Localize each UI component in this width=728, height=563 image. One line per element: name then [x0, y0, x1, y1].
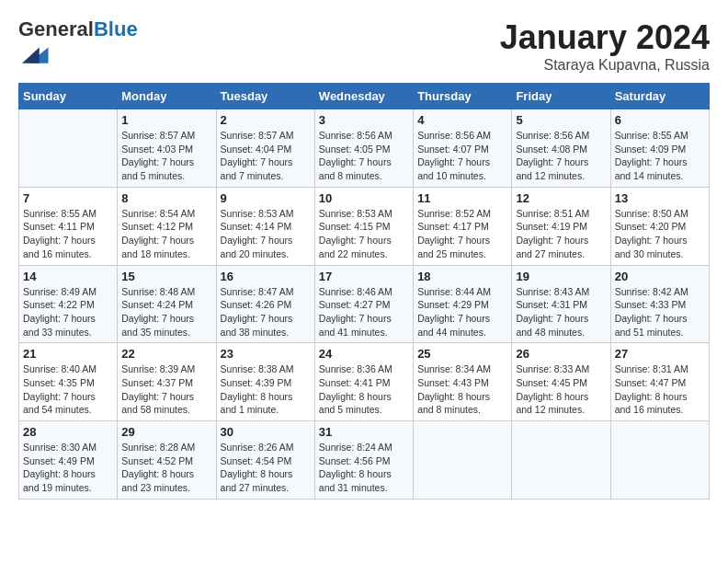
calendar-cell: 22Sunrise: 8:39 AMSunset: 4:37 PMDayligh… [118, 343, 216, 421]
day-info: Sunrise: 8:33 AMSunset: 4:45 PMDaylight:… [516, 362, 606, 417]
calendar-cell: 30Sunrise: 8:26 AMSunset: 4:54 PMDayligh… [216, 421, 314, 500]
day-info: Sunrise: 8:40 AMSunset: 4:35 PMDaylight:… [23, 362, 113, 417]
logo: GeneralBlue [18, 18, 138, 72]
calendar-cell: 21Sunrise: 8:40 AMSunset: 4:35 PMDayligh… [19, 343, 118, 421]
calendar-cell: 2Sunrise: 8:57 AMSunset: 4:04 PMDaylight… [216, 109, 314, 188]
calendar-cell: 31Sunrise: 8:24 AMSunset: 4:56 PMDayligh… [314, 421, 413, 500]
calendar-cell: 19Sunrise: 8:43 AMSunset: 4:31 PMDayligh… [512, 265, 610, 343]
calendar-cell: 5Sunrise: 8:56 AMSunset: 4:08 PMDaylight… [512, 109, 610, 188]
calendar-cell: 26Sunrise: 8:33 AMSunset: 4:45 PMDayligh… [512, 343, 610, 421]
day-info: Sunrise: 8:28 AMSunset: 4:52 PMDaylight:… [121, 441, 211, 495]
day-info: Sunrise: 8:38 AMSunset: 4:39 PMDaylight:… [221, 362, 311, 417]
day-info: Sunrise: 8:49 AMSunset: 4:22 PMDaylight:… [23, 285, 113, 339]
column-header-wednesday: Wednesday [314, 84, 413, 109]
day-info: Sunrise: 8:55 AMSunset: 4:11 PMDaylight:… [23, 207, 113, 261]
day-info: Sunrise: 8:26 AMSunset: 4:54 PMDaylight:… [221, 441, 311, 495]
calendar-table: SundayMondayTuesdayWednesdayThursdayFrid… [18, 83, 710, 500]
day-info: Sunrise: 8:48 AMSunset: 4:24 PMDaylight:… [121, 285, 211, 339]
logo-icon [22, 40, 50, 68]
day-info: Sunrise: 8:30 AMSunset: 4:49 PMDaylight:… [23, 441, 113, 495]
week-row-1: 1Sunrise: 8:57 AMSunset: 4:03 PMDaylight… [19, 109, 710, 188]
day-number: 3 [319, 113, 409, 127]
calendar-cell: 14Sunrise: 8:49 AMSunset: 4:22 PMDayligh… [19, 265, 118, 343]
day-info: Sunrise: 8:31 AMSunset: 4:47 PMDaylight:… [615, 362, 705, 417]
calendar-cell: 24Sunrise: 8:36 AMSunset: 4:41 PMDayligh… [314, 343, 413, 421]
day-number: 24 [319, 347, 409, 361]
calendar-cell: 25Sunrise: 8:34 AMSunset: 4:43 PMDayligh… [414, 343, 512, 421]
day-number: 16 [221, 270, 311, 283]
day-number: 12 [516, 191, 606, 205]
column-header-thursday: Thursday [414, 84, 512, 109]
day-info: Sunrise: 8:57 AMSunset: 4:03 PMDaylight:… [121, 129, 211, 183]
day-info: Sunrise: 8:56 AMSunset: 4:08 PMDaylight:… [516, 129, 606, 183]
day-info: Sunrise: 8:50 AMSunset: 4:20 PMDaylight:… [615, 207, 705, 261]
week-row-5: 28Sunrise: 8:30 AMSunset: 4:49 PMDayligh… [19, 421, 710, 500]
day-number: 22 [121, 347, 211, 361]
week-row-2: 7Sunrise: 8:55 AMSunset: 4:11 PMDaylight… [19, 187, 710, 265]
column-header-sunday: Sunday [19, 84, 118, 109]
calendar-cell: 15Sunrise: 8:48 AMSunset: 4:24 PMDayligh… [118, 265, 216, 343]
day-number: 27 [615, 347, 705, 361]
day-number: 1 [121, 113, 211, 127]
day-number: 21 [23, 347, 113, 361]
column-header-monday: Monday [118, 84, 216, 109]
day-info: Sunrise: 8:43 AMSunset: 4:31 PMDaylight:… [516, 285, 606, 339]
day-info: Sunrise: 8:36 AMSunset: 4:41 PMDaylight:… [319, 362, 409, 417]
day-info: Sunrise: 8:52 AMSunset: 4:17 PMDaylight:… [417, 207, 507, 261]
week-row-3: 14Sunrise: 8:49 AMSunset: 4:22 PMDayligh… [19, 265, 710, 343]
day-info: Sunrise: 8:56 AMSunset: 4:05 PMDaylight:… [319, 129, 409, 183]
calendar-cell: 16Sunrise: 8:47 AMSunset: 4:26 PMDayligh… [216, 265, 314, 343]
day-number: 25 [417, 347, 507, 361]
calendar-cell: 23Sunrise: 8:38 AMSunset: 4:39 PMDayligh… [216, 343, 314, 421]
calendar-cell [414, 421, 512, 500]
day-number: 20 [615, 270, 705, 283]
header-row: SundayMondayTuesdayWednesdayThursdayFrid… [19, 84, 710, 109]
day-info: Sunrise: 8:46 AMSunset: 4:27 PMDaylight:… [319, 285, 409, 339]
day-number: 15 [121, 270, 211, 283]
day-info: Sunrise: 8:51 AMSunset: 4:19 PMDaylight:… [516, 207, 606, 261]
column-header-saturday: Saturday [610, 84, 709, 109]
calendar-cell: 3Sunrise: 8:56 AMSunset: 4:05 PMDaylight… [314, 109, 413, 188]
calendar-cell: 6Sunrise: 8:55 AMSunset: 4:09 PMDaylight… [610, 109, 709, 188]
calendar-cell: 12Sunrise: 8:51 AMSunset: 4:19 PMDayligh… [512, 187, 610, 265]
day-number: 31 [319, 425, 409, 439]
day-number: 6 [615, 113, 705, 127]
calendar-cell: 7Sunrise: 8:55 AMSunset: 4:11 PMDaylight… [19, 187, 118, 265]
calendar-cell: 11Sunrise: 8:52 AMSunset: 4:17 PMDayligh… [414, 187, 512, 265]
location-title: Staraya Kupavna, Russia [500, 57, 710, 74]
day-number: 8 [121, 191, 211, 205]
day-info: Sunrise: 8:57 AMSunset: 4:04 PMDaylight:… [221, 129, 311, 183]
month-title: January 2024 [500, 18, 710, 57]
calendar-cell: 8Sunrise: 8:54 AMSunset: 4:12 PMDaylight… [118, 187, 216, 265]
day-number: 28 [23, 425, 113, 439]
day-number: 18 [417, 270, 507, 283]
day-info: Sunrise: 8:24 AMSunset: 4:56 PMDaylight:… [319, 441, 409, 495]
day-info: Sunrise: 8:39 AMSunset: 4:37 PMDaylight:… [121, 362, 211, 417]
calendar-cell: 10Sunrise: 8:53 AMSunset: 4:15 PMDayligh… [314, 187, 413, 265]
day-info: Sunrise: 8:47 AMSunset: 4:26 PMDaylight:… [221, 285, 311, 339]
calendar-cell: 1Sunrise: 8:57 AMSunset: 4:03 PMDaylight… [118, 109, 216, 188]
day-number: 23 [221, 347, 311, 361]
day-info: Sunrise: 8:34 AMSunset: 4:43 PMDaylight:… [417, 362, 507, 417]
calendar-cell: 28Sunrise: 8:30 AMSunset: 4:49 PMDayligh… [19, 421, 118, 500]
calendar-cell: 4Sunrise: 8:56 AMSunset: 4:07 PMDaylight… [414, 109, 512, 188]
logo-blue-text: Blue [94, 17, 138, 40]
column-header-tuesday: Tuesday [216, 84, 314, 109]
day-number: 2 [221, 113, 311, 127]
svg-marker-1 [22, 48, 40, 63]
day-number: 5 [516, 113, 606, 127]
day-info: Sunrise: 8:53 AMSunset: 4:15 PMDaylight:… [319, 207, 409, 261]
calendar-cell: 18Sunrise: 8:44 AMSunset: 4:29 PMDayligh… [414, 265, 512, 343]
day-number: 10 [319, 191, 409, 205]
day-number: 4 [417, 113, 507, 127]
day-number: 19 [516, 270, 606, 283]
calendar-cell [610, 421, 709, 500]
title-block: January 2024 Staraya Kupavna, Russia [500, 18, 710, 74]
day-number: 11 [417, 191, 507, 205]
calendar-cell: 20Sunrise: 8:42 AMSunset: 4:33 PMDayligh… [610, 265, 709, 343]
day-number: 7 [23, 191, 113, 205]
week-row-4: 21Sunrise: 8:40 AMSunset: 4:35 PMDayligh… [19, 343, 710, 421]
logo-general-text: General [18, 17, 94, 40]
day-info: Sunrise: 8:54 AMSunset: 4:12 PMDaylight:… [121, 207, 211, 261]
day-number: 14 [23, 270, 113, 283]
